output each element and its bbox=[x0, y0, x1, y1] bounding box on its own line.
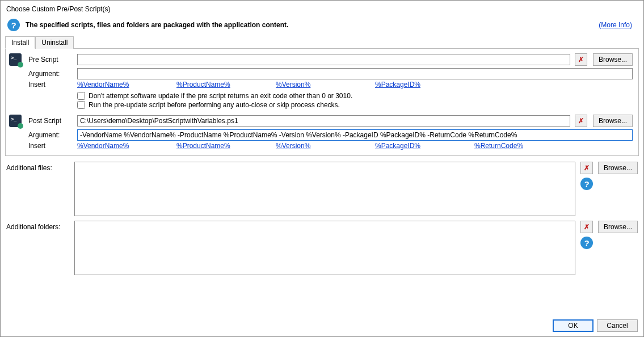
pre-check-exitcode[interactable]: Don't attempt software update if the pre… bbox=[77, 92, 633, 100]
help-icon[interactable]: ? bbox=[580, 178, 593, 190]
additional-files-input[interactable] bbox=[74, 162, 575, 216]
post-script-input[interactable] bbox=[77, 115, 570, 127]
delete-icon: ✗ bbox=[584, 164, 590, 172]
pre-argument-input[interactable] bbox=[77, 68, 633, 79]
window-title: Choose Custom Pre/Post Script(s) bbox=[1, 1, 643, 16]
pre-insert-packageid[interactable]: %PackageID% bbox=[375, 81, 474, 89]
additional-folders-label: Additional folders: bbox=[6, 221, 70, 231]
pre-check-runbefore-label: Run the pre-update script before perform… bbox=[89, 101, 340, 109]
additional-folders-clear-button[interactable]: ✗ bbox=[580, 221, 593, 233]
tab-install[interactable]: Install bbox=[5, 36, 35, 49]
more-info-link[interactable]: (More Info) bbox=[599, 21, 637, 29]
pre-script-input[interactable] bbox=[77, 54, 570, 65]
pre-check-exitcode-box[interactable] bbox=[77, 92, 85, 100]
post-insert-productname[interactable]: %ProductName% bbox=[176, 142, 276, 150]
pre-insert-label: Insert bbox=[28, 81, 73, 89]
post-script-label: Post Script bbox=[28, 117, 73, 125]
additional-folders-browse-button[interactable]: Browse... bbox=[598, 221, 638, 233]
cancel-button[interactable]: Cancel bbox=[597, 319, 638, 332]
powershell-icon bbox=[9, 53, 22, 66]
info-icon: ? bbox=[7, 19, 20, 31]
post-insert-version[interactable]: %Version% bbox=[276, 142, 375, 150]
delete-icon: ✗ bbox=[584, 223, 590, 231]
pre-check-runbefore-box[interactable] bbox=[77, 101, 85, 109]
pre-script-clear-button[interactable]: ✗ bbox=[575, 53, 587, 66]
pre-insert-vendorname[interactable]: %VendorName% bbox=[77, 81, 176, 89]
post-argument-label: Argument: bbox=[28, 131, 73, 139]
delete-icon: ✗ bbox=[578, 117, 584, 125]
post-script-clear-button[interactable]: ✗ bbox=[575, 115, 587, 127]
install-panel: Pre Script ✗ Browse... Argument: Insert … bbox=[5, 48, 639, 156]
ok-button[interactable]: OK bbox=[553, 319, 594, 332]
additional-files-browse-button[interactable]: Browse... bbox=[598, 162, 638, 174]
pre-insert-productname[interactable]: %ProductName% bbox=[176, 81, 276, 89]
additional-files-clear-button[interactable]: ✗ bbox=[580, 162, 593, 174]
powershell-icon bbox=[9, 115, 22, 127]
pre-insert-version[interactable]: %Version% bbox=[276, 81, 375, 89]
additional-folders-input[interactable] bbox=[74, 221, 575, 275]
post-insert-vendorname[interactable]: %VendorName% bbox=[77, 142, 176, 150]
post-insert-label: Insert bbox=[28, 142, 73, 150]
pre-script-browse-button[interactable]: Browse... bbox=[593, 53, 633, 66]
additional-files-label: Additional files: bbox=[6, 162, 70, 172]
help-icon[interactable]: ? bbox=[580, 237, 593, 249]
pre-check-exitcode-label: Don't attempt software update if the pre… bbox=[89, 92, 352, 100]
post-insert-returncode[interactable]: %ReturnCode% bbox=[474, 142, 574, 150]
pre-script-label: Pre Script bbox=[28, 56, 73, 64]
pre-argument-label: Argument: bbox=[28, 70, 73, 78]
tab-uninstall[interactable]: Uninstall bbox=[35, 36, 74, 49]
post-insert-packageid[interactable]: %PackageID% bbox=[375, 142, 474, 150]
delete-icon: ✗ bbox=[578, 56, 584, 64]
post-argument-input[interactable] bbox=[77, 129, 633, 141]
post-script-browse-button[interactable]: Browse... bbox=[593, 115, 633, 127]
pre-check-runbefore[interactable]: Run the pre-update script before perform… bbox=[77, 101, 633, 109]
info-text: The specified scripts, files and folders… bbox=[26, 21, 599, 29]
